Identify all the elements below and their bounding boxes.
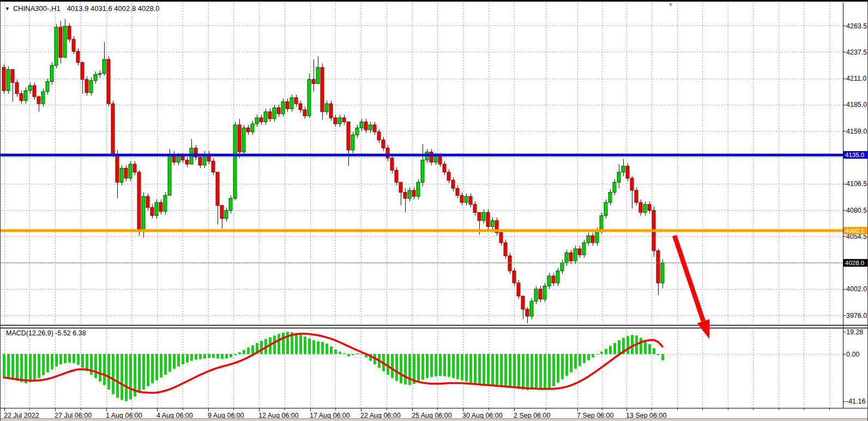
candle <box>146 196 149 207</box>
candle <box>639 202 642 212</box>
candle <box>513 271 516 283</box>
candle <box>181 156 184 160</box>
candle <box>460 195 463 202</box>
macd-tick-label: 0.00 <box>846 351 859 358</box>
candle <box>89 81 93 93</box>
candle <box>303 110 306 116</box>
candle <box>286 101 289 109</box>
candle <box>408 190 411 199</box>
candle <box>68 26 71 39</box>
price-tick-label: 4185.0 <box>846 101 867 109</box>
candle <box>334 118 337 124</box>
price-tick-label: 4211.0 <box>846 75 866 82</box>
price-tick-label: 3976.0 <box>846 312 867 320</box>
candle <box>648 205 651 211</box>
candle <box>133 164 136 172</box>
candle <box>72 39 75 51</box>
candle <box>373 125 376 132</box>
candle <box>626 166 629 178</box>
candle <box>630 178 634 190</box>
candle <box>37 97 40 104</box>
candle <box>46 82 49 92</box>
candle <box>582 243 586 255</box>
candle <box>534 289 538 301</box>
candle <box>399 182 402 192</box>
candle <box>434 156 437 162</box>
candle <box>504 243 507 256</box>
candle <box>24 91 27 100</box>
candle <box>543 286 546 299</box>
price-tag-current: 4028.0 <box>843 259 868 267</box>
candle <box>386 148 389 158</box>
symbol-expander-icon[interactable]: ▼ <box>5 6 10 11</box>
mt4-chart-window: 4263.54237.54211.04185.04159.04106.54080… <box>0 0 868 421</box>
candle <box>604 202 607 215</box>
candle <box>220 206 224 219</box>
candle <box>473 205 477 213</box>
candle <box>443 164 446 172</box>
candle <box>321 68 324 112</box>
candle <box>242 128 245 152</box>
candle <box>290 98 293 109</box>
candle <box>355 128 359 135</box>
price-axis-labels: 4263.54237.54211.04185.04159.04106.54080… <box>843 22 867 320</box>
candle <box>229 199 232 211</box>
candle <box>308 80 311 116</box>
candle <box>447 172 450 181</box>
candle <box>656 251 660 283</box>
candle <box>150 207 154 215</box>
candle <box>517 283 520 296</box>
macd-histogram <box>3 332 664 401</box>
candle <box>552 276 555 283</box>
candle <box>28 86 32 91</box>
candle <box>15 82 19 93</box>
candle <box>482 213 485 221</box>
candle <box>438 156 442 164</box>
candle <box>268 112 272 119</box>
candle <box>342 118 346 122</box>
chart-canvas[interactable]: 4263.54237.54211.04185.04159.04106.54080… <box>1 2 868 421</box>
candle <box>107 59 110 104</box>
candle <box>2 68 5 91</box>
candle <box>11 69 14 82</box>
candle <box>137 172 141 231</box>
candle <box>168 154 171 195</box>
candle <box>177 156 180 162</box>
candle <box>246 128 250 131</box>
macd-indicator-label: MACD(12,26,9) -5.52 6.38 <box>6 329 86 337</box>
candle <box>120 168 123 182</box>
candle <box>264 112 267 122</box>
candle <box>281 101 285 113</box>
candle <box>7 69 10 91</box>
down-arrow-annotation[interactable] <box>674 236 709 339</box>
candle <box>351 135 354 150</box>
candle <box>661 263 664 283</box>
candle <box>111 104 114 154</box>
candle <box>478 213 481 221</box>
candle <box>124 168 128 178</box>
ohlc-values: 4013.9 4031.6 4002.8 4028.0 <box>67 4 160 13</box>
symbol-period-label: CHINA300-,H1 <box>13 4 61 13</box>
candle <box>41 92 45 104</box>
candle <box>85 80 88 93</box>
candle <box>417 182 420 196</box>
candle <box>421 160 424 183</box>
candle <box>377 132 381 140</box>
candle <box>347 122 350 150</box>
candle <box>76 51 80 62</box>
candle <box>329 104 333 118</box>
time-axis-labels: 22 Jul 202227 Jul 06:001 Aug 06:004 Aug … <box>4 408 830 419</box>
candle <box>277 108 280 114</box>
candle <box>238 125 241 152</box>
price-tag-support: 4060.1 <box>843 227 868 234</box>
candle <box>499 233 503 243</box>
candle <box>560 263 564 271</box>
macd-tick-label: 19.28 <box>846 328 863 336</box>
candle <box>294 98 298 104</box>
candle <box>50 65 53 82</box>
chart-shift-icon[interactable]: ▼ <box>668 2 673 8</box>
gridlines <box>2 3 843 408</box>
candle <box>565 252 568 262</box>
candle <box>382 140 385 148</box>
candle <box>530 301 533 316</box>
